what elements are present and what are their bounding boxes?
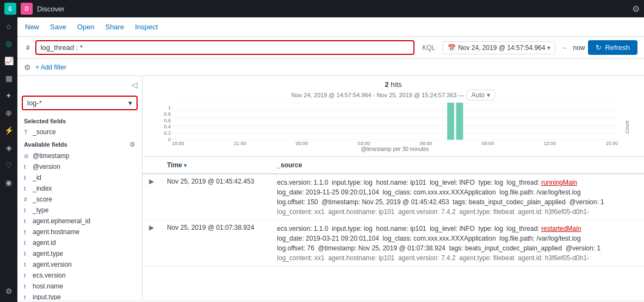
y-label-06: 0.6 (164, 118, 171, 123)
add-filter-button[interactable]: + Add filter (35, 64, 66, 71)
sidebar-field-agent-type[interactable]: t agent.type (17, 248, 142, 259)
sidebar-field-input-type[interactable]: t input.type (17, 292, 142, 300)
id-type-icon: t (24, 175, 29, 181)
hits-count: 2 (385, 80, 388, 89)
expand-col (143, 157, 160, 174)
nav-open[interactable]: Open (76, 23, 96, 31)
expand-icon-1[interactable]: ▶ (149, 178, 154, 185)
field-name-host-name: host.name (33, 282, 63, 290)
maps-nav-icon[interactable]: ⊕ (2, 106, 15, 119)
expand-cell-1[interactable]: ▶ (143, 174, 160, 221)
x-label-0600: 06:00 (420, 141, 432, 146)
available-fields-settings-icon[interactable]: ⚙ (129, 141, 135, 148)
filter-bar: ⚙ + Add filter (17, 59, 644, 76)
sidebar-collapse-btn[interactable]: ◁ (129, 78, 140, 91)
visualize-nav-icon[interactable]: 📈 (2, 54, 15, 67)
dashboard-nav-icon[interactable]: ▦ (2, 72, 15, 85)
date-picker[interactable]: 📅 Nov 24, 2019 @ 14:57:54.964 ▾ (443, 41, 555, 54)
sidebar-field-id[interactable]: t _id (17, 172, 142, 183)
index-pattern-select[interactable]: log-* ▾ (22, 96, 138, 110)
time-col-header[interactable]: Time ▾ (160, 157, 270, 174)
chart-range-label: Nov 24, 2019 @ 14:57:54.964 - Nov 25, 20… (292, 92, 465, 98)
field-name-agent-id: agent.id (33, 239, 56, 247)
kql-label: KQL (418, 44, 439, 52)
sidebar-field-agent-version[interactable]: t agent.version (17, 259, 142, 270)
field-name-score: _score (33, 196, 52, 203)
nav-inspect[interactable]: Inspect (134, 23, 159, 31)
agent-type-type-icon: t (24, 251, 29, 257)
lens-nav-icon[interactable]: ◉ (2, 176, 15, 189)
sidebar-field-agent-id[interactable]: t agent.id (17, 237, 142, 248)
settings-nav-icon[interactable]: ⚙ (2, 285, 15, 298)
time-col-label: Time (167, 161, 182, 169)
nav-share[interactable]: Share (104, 23, 125, 31)
sidebar-field-host-name[interactable]: t host.name (17, 281, 142, 292)
field-name-source: _source (33, 128, 56, 136)
field-name-ephemeral: agent.ephemeral_id (33, 217, 90, 225)
expand-cell-2[interactable]: ▶ (143, 221, 160, 267)
table-row: ▶ Nov 25, 2019 @ 01:45:42.453 ecs.versio… (143, 174, 644, 221)
filter-settings-icon[interactable]: ⚙ (24, 63, 31, 72)
nav-save[interactable]: Save (49, 23, 67, 31)
source-cell-2: ecs.version: 1.1.0 input.type: log host.… (270, 221, 644, 267)
sidebar-field-index[interactable]: t _index (17, 183, 142, 194)
top-bar: E D Discover ⚙ (0, 0, 644, 17)
sidebar-field-version[interactable]: t @version (17, 161, 142, 172)
search-input-wrapper (35, 40, 414, 55)
source-line-2-4: log_content: xx1 agent.hostname: ip101 a… (277, 253, 637, 263)
y-label-04: 0.4 (164, 124, 171, 129)
sidebar-field-type[interactable]: t _type (17, 205, 142, 216)
expand-icon-2[interactable]: ▶ (149, 224, 154, 231)
available-fields-title: Available fields (24, 141, 67, 148)
timestamp-cell-1: Nov 25, 2019 @ 01:45:42.453 (160, 174, 270, 221)
auto-interval-select[interactable]: Auto ▾ (467, 90, 496, 100)
search-bar: # KQL 📅 Nov 24, 2019 @ 14:57:54.964 ▾ → … (17, 37, 644, 59)
content-area: 2 hits Nov 24, 2019 @ 14:57:54.964 - Nov… (143, 76, 644, 300)
sidebar-field-score[interactable]: # _score (17, 194, 142, 205)
nav-new[interactable]: New (24, 23, 40, 31)
monitoring-nav-icon[interactable]: ♡ (2, 159, 15, 172)
field-name-index: _index (33, 185, 52, 192)
source-cell-1: ecs.version: 1.1.0 input.type: log host.… (270, 174, 644, 221)
field-name-id: _id (33, 174, 41, 181)
results-table: Time ▾ _source ▶ Nov 25, (143, 157, 644, 267)
ml-nav-icon[interactable]: ⚡ (2, 124, 15, 137)
source-col-header: _source (270, 157, 644, 174)
topbar-gear-icon[interactable]: ⚙ (632, 4, 640, 14)
input-type-type-icon: t (24, 294, 29, 300)
y-label-08: 0.8 (164, 111, 171, 117)
refresh-button[interactable]: ↻ Refresh (588, 40, 637, 55)
field-name-type: _type (33, 206, 48, 214)
selected-fields-title: Selected fields (17, 115, 142, 127)
sidebar-field-timestamp[interactable]: ⊙ @timestamp (17, 150, 142, 161)
date-picker-chevron: ▾ (547, 44, 550, 52)
x-axis-label: @timestamp per 30 minutes (171, 146, 619, 152)
home-icon[interactable]: ⌂ (2, 20, 15, 33)
index-pattern-value: log-* (27, 99, 42, 107)
sidebar-field-ephemeral[interactable]: t agent.ephemeral_id (17, 216, 142, 226)
field-name-input-type: input.type (33, 293, 61, 300)
app-title: Discover (37, 5, 628, 13)
svg-rect-7 (456, 103, 463, 140)
canvas-nav-icon[interactable]: ✦ (2, 89, 15, 102)
chart-svg (171, 103, 619, 141)
discover-nav-icon[interactable]: ◎ (2, 37, 15, 50)
graph-nav-icon[interactable]: ◈ (2, 141, 15, 154)
highlight-thread-1: runningMain (541, 179, 577, 186)
ecs-version-type-icon: t (24, 273, 29, 279)
source-line-2-3: log.offset: 76 @timestamp: Nov 25, 2019 … (277, 243, 637, 253)
sidebar-field-hostname[interactable]: t agent.hostname (17, 226, 142, 237)
field-name-hostname: agent.hostname (33, 228, 79, 236)
hits-label: hits (391, 80, 401, 89)
x-label-0000: 00:00 (296, 141, 308, 146)
field-name-agent-version: agent.version (33, 261, 72, 268)
sidebar-field-ecs-version[interactable]: t ecs.version (17, 270, 142, 281)
x-label-1200: 12:00 (544, 141, 556, 146)
field-name-version: @version (33, 163, 60, 171)
search-input[interactable] (41, 43, 409, 52)
sidebar-field-source[interactable]: ? _source (17, 127, 142, 137)
index-pattern-chevron: ▾ (128, 99, 132, 107)
score-type-icon: # (24, 197, 29, 203)
x-label-0900: 09:00 (482, 141, 494, 146)
timestamp-type-icon: ⊙ (24, 153, 29, 159)
